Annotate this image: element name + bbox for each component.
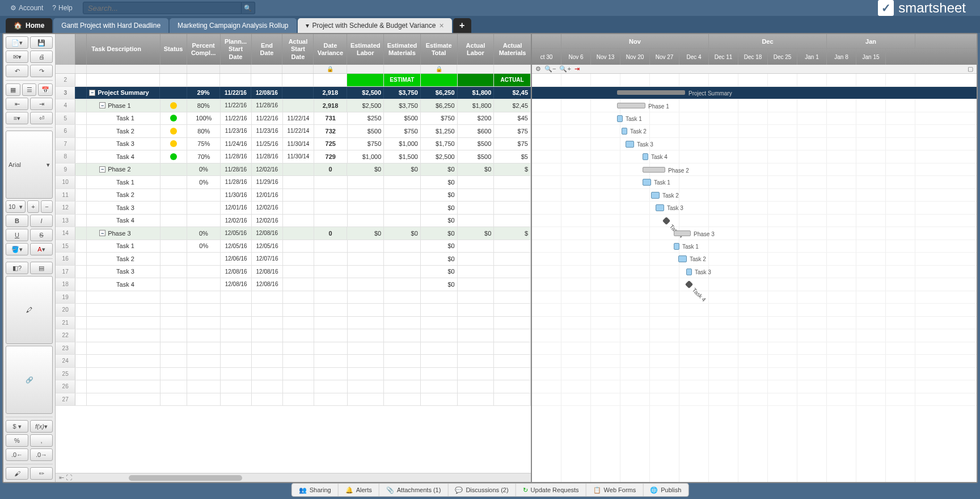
font-select[interactable]: Arial▾ — [6, 131, 53, 199]
save-button[interactable]: 💾 — [30, 36, 53, 49]
dec-inc-button[interactable]: .0← — [6, 448, 28, 461]
gantt-bar[interactable]: Task 1 — [643, 179, 651, 186]
gantt-bar[interactable]: Phase 1 — [617, 103, 645, 108]
tab-project-active[interactable]: ▾ Project with Schedule & Budget Varianc… — [298, 18, 452, 33]
close-icon[interactable]: × — [439, 21, 443, 30]
gantt-bar[interactable]: Task 2 — [622, 128, 627, 135]
table-row[interactable]: 16Task 212/06/1612/07/16$0 — [56, 253, 531, 266]
tab-gantt[interactable]: Gantt Project with Hard Deadline — [53, 18, 168, 33]
calendar-view-button[interactable]: 📅 — [38, 83, 53, 96]
gantt-bar[interactable]: Task 1 — [674, 243, 679, 250]
link-button[interactable]: 🔗 — [6, 346, 53, 414]
update-requests-button[interactable]: ↻Update Requests — [516, 484, 586, 496]
col-amat[interactable]: Actual Materials — [494, 34, 531, 65]
today-icon[interactable]: ⇥ — [575, 65, 580, 73]
discussions-button[interactable]: 💬Discussions (2) — [448, 484, 516, 496]
table-row[interactable]: 15Task 10%12/05/1612/05/16$0 — [56, 240, 531, 253]
table-row[interactable]: 25 — [56, 368, 531, 381]
table-row[interactable]: 9−Phase 20%11/28/1612/02/160$0$0$0$0$ — [56, 163, 531, 177]
table-row[interactable]: 5Task 1100%11/22/1611/22/1611/22/14731$2… — [56, 112, 531, 125]
table-row[interactable]: 22 — [56, 329, 531, 342]
tab-home[interactable]: 🏠 Home — [6, 18, 52, 33]
web-forms-button[interactable]: 📋Web Forms — [586, 484, 644, 496]
col-dvar[interactable]: Date Variance — [314, 34, 347, 65]
table-row[interactable]: 19 — [56, 291, 531, 304]
gantt-bar[interactable]: Task 4 — [662, 216, 670, 224]
gantt-bar[interactable]: Task 1 — [617, 115, 623, 122]
font-size-select[interactable]: 10▾ — [6, 200, 26, 213]
table-row[interactable]: 18Task 412/08/1612/08/16$0 — [56, 278, 531, 291]
mail-button[interactable]: ✉▾ — [6, 51, 28, 63]
outdent-button[interactable]: ⇥ — [30, 98, 53, 110]
sharing-button[interactable]: 👥Sharing — [292, 484, 339, 496]
undo-button[interactable]: ↶ — [6, 65, 28, 77]
gantt-bar[interactable]: Task 2 — [678, 255, 687, 262]
table-row[interactable]: 3−Project Summary29%11/22/1612/08/162,91… — [56, 87, 531, 100]
zoom-in-icon[interactable]: 🔍+ — [559, 65, 571, 73]
gantt-bar[interactable]: Task 4 — [685, 280, 693, 288]
table-row[interactable]: 8Task 470%11/28/1611/28/1611/30/14729$1,… — [56, 150, 531, 163]
gantt-bar[interactable]: Task 3 — [656, 204, 664, 211]
zoom-out-icon[interactable]: 🔍− — [544, 65, 556, 73]
table-row[interactable]: 21 — [56, 317, 531, 330]
horizontal-scrollbar[interactable]: ⇤ ⛶ — [56, 473, 531, 482]
fill-color-button[interactable]: 🪣▾ — [6, 243, 28, 255]
help-link[interactable]: ? Help — [48, 4, 77, 12]
table-row[interactable]: 14−Phase 30%12/05/1612/08/160$0$0$0$0$ — [56, 227, 531, 240]
table-row[interactable]: 27 — [56, 393, 531, 406]
align-button[interactable]: ≡▾ — [6, 112, 28, 124]
col-emat[interactable]: Estimated Materials — [384, 34, 421, 65]
col-etot[interactable]: Estimate Total — [421, 34, 458, 65]
gear-icon[interactable]: ⚙ — [535, 65, 541, 73]
table-row[interactable]: 12Task 312/01/1612/02/16$0 — [56, 202, 531, 215]
close-gantt-icon[interactable]: ▢ — [968, 65, 973, 73]
new-button[interactable]: 📄▾ — [6, 36, 28, 49]
gantt-bar[interactable]: Task 3 — [686, 269, 692, 275]
table-row[interactable]: 23 — [56, 342, 531, 355]
alerts-button[interactable]: 🔔Alerts — [339, 484, 379, 496]
format-button[interactable]: ▤ — [30, 262, 53, 274]
gantt-bar[interactable]: Phase 3 — [674, 230, 691, 236]
table-row[interactable]: 7Task 375%11/24/1611/25/1611/30/14725$75… — [56, 138, 531, 151]
col-task[interactable]: Task Description — [87, 34, 160, 65]
print-button[interactable]: 🖨 — [30, 51, 53, 63]
search-button[interactable]: 🔍 — [242, 2, 255, 14]
bold-button[interactable]: B — [6, 215, 28, 227]
col-elab[interactable]: Estimated Labor — [347, 34, 384, 65]
col-status[interactable]: Status — [160, 34, 187, 65]
tab-add[interactable]: + — [453, 18, 471, 33]
tab-marketing[interactable]: Marketing Campaign Analysis Rollup — [170, 18, 296, 33]
conditional-format-button[interactable]: ◧? — [6, 262, 28, 274]
search-input[interactable] — [83, 2, 242, 14]
gantt-bar[interactable]: Task 2 — [651, 192, 660, 199]
italic-button[interactable]: I — [30, 215, 53, 227]
publish-button[interactable]: 🌐Publish — [643, 484, 688, 496]
table-row[interactable]: 11Task 211/30/1612/01/16$0 — [56, 189, 531, 202]
table-row[interactable]: 6Task 280%11/23/1611/23/1611/22/14732$50… — [56, 125, 531, 138]
wrap-button[interactable]: ⏎ — [30, 112, 53, 124]
text-color-button[interactable]: A▾ — [30, 243, 53, 255]
function-button[interactable]: f(x)▾ — [30, 420, 53, 433]
table-row[interactable]: 26 — [56, 380, 531, 393]
dec-dec-button[interactable]: .0→ — [30, 448, 53, 461]
currency-button[interactable]: $ ▾ — [6, 420, 28, 433]
table-row[interactable]: 4−Phase 180%11/22/1611/28/162,918$2,500$… — [56, 99, 531, 112]
table-row[interactable]: 10Task 10%11/28/1611/29/16$0 — [56, 176, 531, 189]
gantt-bar[interactable]: Project Summary — [617, 90, 685, 95]
comma-button[interactable]: , — [30, 434, 53, 447]
font-dec-button[interactable]: − — [41, 200, 53, 213]
redo-button[interactable]: ↷ — [30, 65, 53, 77]
col-pstart[interactable]: Plann... Start Date — [221, 34, 252, 65]
card-view-button[interactable]: ☰ — [22, 83, 37, 96]
percent-button[interactable]: % — [6, 434, 28, 447]
highlight-button[interactable]: 🖍 — [6, 276, 53, 344]
grid-view-button[interactable]: ▦ — [6, 83, 20, 96]
table-row[interactable]: 17Task 312/08/1612/08/16$0 — [56, 266, 531, 279]
col-pend[interactable]: End Date — [252, 34, 283, 65]
col-pct[interactable]: Percent Compl... — [187, 34, 221, 65]
col-astart[interactable]: Actual Start Date — [282, 34, 314, 65]
strike-button[interactable]: S — [30, 229, 53, 241]
gantt-bar[interactable]: Task 4 — [643, 153, 648, 160]
eraser-button[interactable]: ✏ — [30, 467, 53, 480]
col-alab[interactable]: Actual Labor — [458, 34, 495, 65]
